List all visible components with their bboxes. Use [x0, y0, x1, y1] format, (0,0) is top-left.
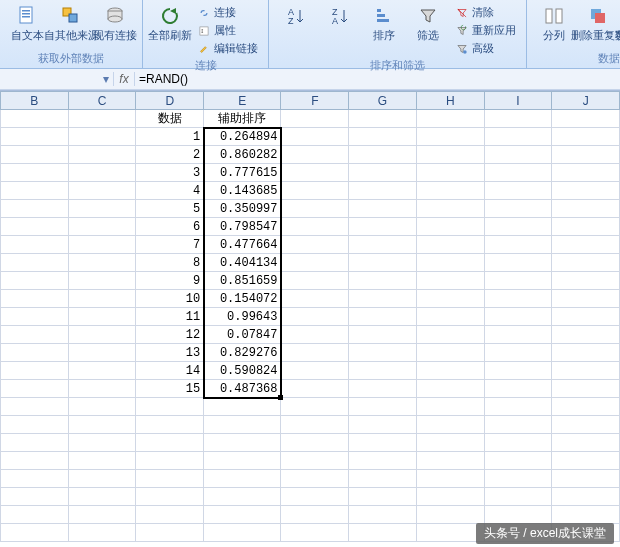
cell[interactable]: 数据 [136, 110, 204, 128]
cell[interactable]: 2 [136, 146, 204, 164]
cell[interactable] [552, 200, 620, 218]
cell[interactable] [484, 146, 552, 164]
cell[interactable] [68, 326, 136, 344]
cell[interactable] [1, 110, 69, 128]
cell[interactable] [1, 182, 69, 200]
cell[interactable] [552, 308, 620, 326]
cell[interactable] [204, 488, 281, 506]
cell[interactable] [349, 434, 417, 452]
cell[interactable] [552, 326, 620, 344]
column-header-I[interactable]: I [484, 92, 552, 110]
cell[interactable] [1, 236, 69, 254]
reapply-button[interactable]: 重新应用 [451, 22, 520, 39]
cell[interactable] [281, 344, 349, 362]
cell[interactable]: 0.829276 [204, 344, 281, 362]
cell[interactable] [281, 380, 349, 398]
cell[interactable] [416, 434, 484, 452]
cell[interactable] [281, 236, 349, 254]
cell[interactable] [484, 200, 552, 218]
cell[interactable] [416, 182, 484, 200]
cell[interactable] [68, 254, 136, 272]
cell[interactable] [68, 506, 136, 524]
sort-za-button[interactable]: ZA [319, 2, 361, 57]
cell[interactable] [136, 524, 204, 542]
cell[interactable] [349, 362, 417, 380]
cell[interactable] [281, 164, 349, 182]
column-header-C[interactable]: C [68, 92, 136, 110]
cell[interactable] [484, 362, 552, 380]
cell[interactable] [416, 380, 484, 398]
cell[interactable] [552, 416, 620, 434]
cell[interactable] [68, 416, 136, 434]
cell[interactable] [281, 218, 349, 236]
cell[interactable] [416, 506, 484, 524]
cell[interactable]: 6 [136, 218, 204, 236]
cell[interactable] [349, 326, 417, 344]
cell[interactable]: 0.143685 [204, 182, 281, 200]
formula-input[interactable]: =RAND() [135, 72, 620, 86]
cell[interactable] [281, 272, 349, 290]
cell[interactable] [136, 398, 204, 416]
cell[interactable] [68, 434, 136, 452]
cell[interactable] [281, 470, 349, 488]
cell[interactable] [136, 506, 204, 524]
cell[interactable] [281, 290, 349, 308]
cell[interactable] [416, 164, 484, 182]
cell[interactable]: 0.99643 [204, 308, 281, 326]
from-other-sources-button[interactable]: 自其他来源 [50, 2, 92, 50]
cell[interactable] [68, 470, 136, 488]
cell[interactable] [281, 434, 349, 452]
cell[interactable] [416, 470, 484, 488]
cell[interactable] [349, 488, 417, 506]
cell[interactable] [416, 254, 484, 272]
cell[interactable] [484, 272, 552, 290]
cell[interactable] [68, 524, 136, 542]
cell[interactable] [552, 506, 620, 524]
cell[interactable] [68, 200, 136, 218]
cell[interactable]: 0.350997 [204, 200, 281, 218]
cell[interactable] [349, 452, 417, 470]
cell[interactable] [484, 236, 552, 254]
cell[interactable] [68, 182, 136, 200]
cell[interactable] [484, 326, 552, 344]
cell[interactable] [349, 128, 417, 146]
cell[interactable] [349, 200, 417, 218]
cell[interactable] [1, 218, 69, 236]
cell[interactable]: 0.154072 [204, 290, 281, 308]
cell[interactable] [416, 290, 484, 308]
cell[interactable] [204, 524, 281, 542]
cell[interactable]: 7 [136, 236, 204, 254]
cell[interactable] [349, 398, 417, 416]
cell[interactable] [416, 308, 484, 326]
cell[interactable] [1, 254, 69, 272]
cell[interactable] [68, 452, 136, 470]
cell[interactable]: 0.404134 [204, 254, 281, 272]
worksheet[interactable]: BCDEFGHIJ 数据辅助排序10.26489420.86028230.777… [0, 91, 620, 547]
cell[interactable] [484, 254, 552, 272]
column-header-B[interactable]: B [1, 92, 69, 110]
cell[interactable] [416, 128, 484, 146]
cell[interactable] [281, 398, 349, 416]
cell[interactable] [416, 110, 484, 128]
cell[interactable] [204, 452, 281, 470]
cell[interactable] [416, 272, 484, 290]
cell[interactable] [349, 182, 417, 200]
cell[interactable] [1, 506, 69, 524]
cell[interactable] [552, 452, 620, 470]
cell[interactable] [552, 398, 620, 416]
text-to-columns-button[interactable]: 分列 [533, 2, 575, 50]
cell[interactable]: 14 [136, 362, 204, 380]
cell[interactable] [484, 290, 552, 308]
cell[interactable] [136, 488, 204, 506]
cell[interactable] [484, 452, 552, 470]
cell[interactable]: 1 [136, 128, 204, 146]
cell[interactable] [484, 182, 552, 200]
cell[interactable] [1, 164, 69, 182]
cell[interactable]: 8 [136, 254, 204, 272]
column-header-H[interactable]: H [416, 92, 484, 110]
cell[interactable]: 0.798547 [204, 218, 281, 236]
column-header-G[interactable]: G [349, 92, 417, 110]
cell[interactable] [484, 380, 552, 398]
cell[interactable]: 10 [136, 290, 204, 308]
cell[interactable] [484, 470, 552, 488]
